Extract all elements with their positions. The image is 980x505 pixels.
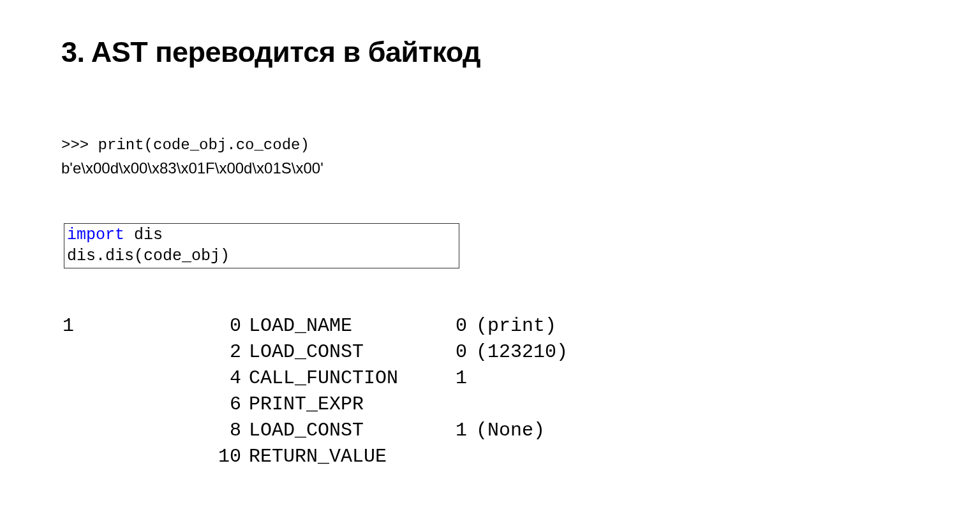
bytecode-table: 1 0 LOAD_NAME 0 (print) 2 LOAD_CONST 0 (… [61, 312, 569, 471]
bytecode-row: 1 0 LOAD_NAME 0 (print) [63, 314, 568, 339]
bytecode-offset: 8 [211, 418, 248, 443]
repl-line-1: >>> print(code_obj.co_code) [61, 134, 323, 157]
code-line-2: dis.dis(code_obj) [67, 246, 456, 267]
bytecode-row: 2 LOAD_CONST 0 (123210) [63, 340, 568, 365]
bytecode-argval [476, 392, 568, 417]
import-keyword: import [67, 226, 124, 244]
code-line-1: import dis [67, 225, 456, 246]
bytecode-argval: (123210) [476, 340, 568, 365]
bytecode-row: 4 CALL_FUNCTION 1 [63, 366, 568, 391]
bytecode-line [63, 366, 209, 391]
bytecode-arg: 1 [448, 418, 475, 443]
bytecode-line [63, 340, 209, 365]
bytecode-row: 10 RETURN_VALUE [63, 444, 568, 469]
bytecode-row: 8 LOAD_CONST 1 (None) [63, 418, 568, 443]
bytecode-offset: 4 [211, 366, 248, 391]
bytecode-arg [448, 444, 475, 469]
bytecode-argval [476, 366, 568, 391]
bytecode-op: PRINT_EXPR [249, 392, 447, 417]
bytecode-argval: (None) [476, 418, 568, 443]
bytecode-arg [448, 392, 475, 417]
bytecode-line [63, 418, 209, 443]
bytecode-offset: 10 [211, 444, 248, 469]
bytecode-arg: 0 [448, 314, 475, 339]
repl-line-2: b'e\x00d\x00\x83\x01F\x00d\x01S\x00' [61, 157, 323, 180]
bytecode-op: LOAD_NAME [249, 314, 447, 339]
bytecode-line [63, 392, 209, 417]
bytecode-arg: 0 [448, 340, 475, 365]
bytecode-argval: (print) [476, 314, 568, 339]
bytecode-line [63, 444, 209, 469]
bytecode-op: CALL_FUNCTION [249, 366, 447, 391]
bytecode-op: LOAD_CONST [249, 340, 447, 365]
bytecode-offset: 0 [211, 314, 248, 339]
bytecode-argval [476, 444, 568, 469]
bytecode-arg: 1 [448, 366, 475, 391]
slide: 3. AST переводится в байткод >>> print(c… [0, 0, 980, 505]
bytecode-op: RETURN_VALUE [249, 444, 447, 469]
repl-output: >>> print(code_obj.co_code) b'e\x00d\x00… [61, 134, 323, 180]
bytecode-row: 6 PRINT_EXPR [63, 392, 568, 417]
bytecode-op: LOAD_CONST [249, 418, 447, 443]
code-box: import dis dis.dis(code_obj) [64, 223, 459, 268]
slide-title: 3. AST переводится в байткод [61, 36, 480, 69]
bytecode-offset: 6 [211, 392, 248, 417]
import-module: dis [124, 226, 163, 244]
bytecode-line: 1 [63, 314, 209, 339]
bytecode-offset: 2 [211, 340, 248, 365]
